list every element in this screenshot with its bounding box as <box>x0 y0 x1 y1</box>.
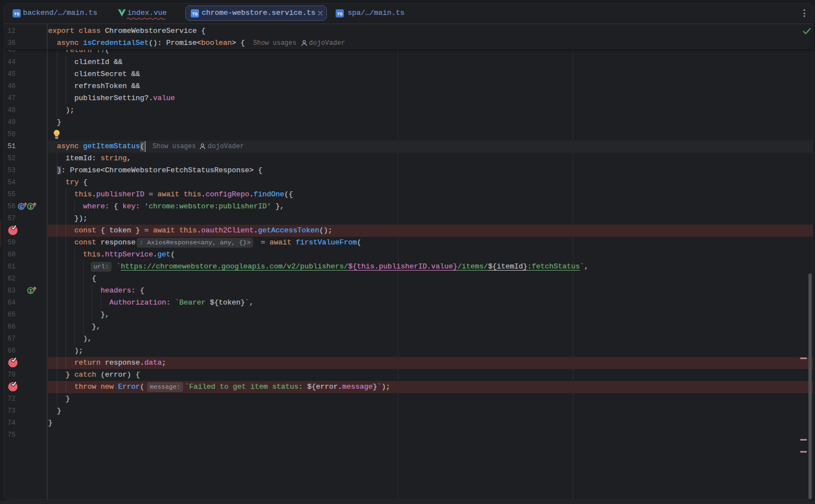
svg-text:I: I <box>29 289 32 294</box>
svg-text:TS: TS <box>337 11 343 16</box>
svg-text:C: C <box>20 204 22 210</box>
svg-text:TS: TS <box>14 11 20 16</box>
svg-text:I: I <box>29 204 32 210</box>
svg-text:TS: TS <box>192 11 198 16</box>
